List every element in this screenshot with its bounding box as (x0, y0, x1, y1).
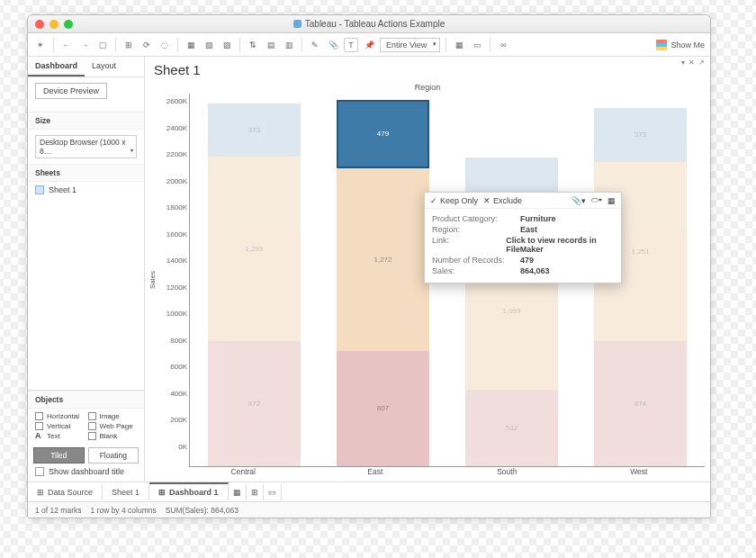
sidebar: Dashboard Layout Device Preview Size Des… (28, 57, 145, 482)
x-tick-label: South (441, 467, 573, 476)
app-icon (293, 20, 302, 28)
tooltip-set-icon[interactable]: ⬭▾ (591, 195, 602, 205)
size-heading: Size (28, 112, 144, 130)
presentation-icon[interactable]: ▭ (470, 38, 484, 52)
new-dashboard-button[interactable]: ⊞ (247, 484, 264, 500)
sort-desc-icon[interactable]: ▥ (282, 38, 296, 52)
status-sum: SUM(Sales): 864,063 (166, 506, 238, 515)
status-bar: 1 of 12 marks 1 row by 4 columns SUM(Sal… (28, 501, 710, 518)
show-title-checkbox[interactable] (35, 467, 44, 476)
size-dropdown[interactable]: Desktop Browser (1000 x 8… (35, 135, 137, 158)
new-datasource-icon[interactable]: ⊞ (122, 38, 136, 52)
x-axis: CentralEastSouthWest (145, 467, 710, 482)
duplicate-icon[interactable]: ▧ (202, 38, 216, 52)
vertical-icon (35, 422, 43, 430)
keep-only-button[interactable]: ✓ Keep Only (430, 196, 478, 205)
object-web-page[interactable]: Web Page (88, 422, 138, 430)
footer-tab-sheet1[interactable]: Sheet 1 (103, 484, 149, 500)
y-axis-label: Sales (147, 271, 158, 289)
blank-icon (88, 432, 96, 440)
tooltip-row: Sales:864,063 (432, 266, 614, 276)
status-layout: 1 row by 4 columns (91, 506, 157, 515)
toolbar: ✶ ← → ▢ ⊞ ⟳ ◌ ▦ ▧ ▨ ⇅ ▤ ▥ ✎ 📎 T 📌 Entire… (28, 33, 710, 57)
tiled-button[interactable]: Tiled (33, 447, 85, 464)
object-vertical[interactable]: Vertical (35, 422, 85, 430)
floating-button[interactable]: Floating (88, 447, 140, 464)
tableau-logo-icon[interactable]: ✶ (33, 38, 48, 52)
tooltip: ✓ Keep Only ✕ Exclude 📎▾ ⬭▾ ▦ Product Ca… (424, 192, 622, 284)
x-tick-label: West (573, 467, 706, 476)
swap-icon[interactable]: ⇅ (246, 38, 260, 52)
bar-segment[interactable]: 872 (208, 341, 301, 466)
window-title: Tableau - Tableau Actions Example (28, 19, 710, 29)
forward-icon[interactable]: → (77, 38, 92, 52)
titlebar: Tableau - Tableau Actions Example (28, 15, 710, 33)
sheet-tabs-bar: ⊞ Data Source Sheet 1 ⊞ Dashboard 1 ▦ ⊞ … (28, 482, 710, 501)
show-me-icon (656, 40, 667, 50)
footer-tab-dashboard1[interactable]: ⊞ Dashboard 1 (149, 482, 229, 500)
x-tick-label: East (310, 467, 442, 476)
labels-icon[interactable]: T (344, 38, 358, 52)
save-icon[interactable]: ▢ (95, 38, 110, 52)
object-horizontal[interactable]: Horizontal (35, 412, 85, 420)
clear-icon[interactable]: ▨ (220, 38, 234, 52)
bar-segment[interactable]: 1,272 (337, 168, 429, 351)
filter-icon[interactable]: ▾ (681, 58, 685, 67)
sheets-heading: Sheets (28, 164, 144, 182)
x-tick-label: Central (177, 467, 310, 476)
share-icon[interactable]: ∞ (496, 38, 510, 52)
sheet-title: Sheet 1 (145, 57, 710, 79)
horizontal-icon (35, 412, 43, 420)
new-worksheet-button[interactable]: ▦ (229, 484, 247, 500)
highlight-icon[interactable]: ✎ (308, 38, 322, 52)
y-axis: 2600K2400K2200K2000K1800K1600K1400K1200K… (158, 94, 189, 467)
tooltip-row: Region:East (432, 224, 614, 235)
pause-icon[interactable]: ◌ (158, 38, 172, 52)
tooltip-group-icon[interactable]: 📎▾ (572, 196, 586, 205)
status-marks: 1 of 12 marks (35, 506, 82, 515)
sort-asc-icon[interactable]: ▤ (264, 38, 278, 52)
image-icon (88, 412, 96, 420)
tooltip-row: Number of Records:479 (432, 255, 614, 266)
tooltip-row: Link:Click to view records in FileMaker (432, 235, 614, 255)
bar-segment[interactable]: 874 (594, 341, 687, 466)
object-text[interactable]: AText (35, 432, 85, 440)
bar-segment[interactable]: 807 (337, 351, 429, 466)
tab-dashboard[interactable]: Dashboard (28, 57, 85, 76)
refresh-icon[interactable]: ⟳ (140, 38, 154, 52)
text-icon: A (35, 432, 43, 440)
objects-panel: Objects Horizontal Image Vertical Web Pa… (28, 390, 144, 482)
data-source-tab[interactable]: ⊞ Data Source (28, 484, 103, 500)
new-story-button[interactable]: ▭ (264, 484, 282, 500)
pin-icon[interactable]: 📌 (362, 38, 376, 52)
tooltip-view-data-icon[interactable]: ▦ (608, 196, 616, 205)
back-icon[interactable]: ← (59, 38, 74, 52)
tab-layout[interactable]: Layout (85, 57, 123, 76)
fit-dropdown[interactable]: Entire View (380, 38, 440, 52)
worksheet-icon (35, 185, 44, 194)
bar-segment[interactable]: 532 (465, 390, 558, 466)
group-icon[interactable]: 📎 (326, 38, 340, 52)
columns-header: Region (145, 79, 710, 94)
bar-segment[interactable]: 479 (337, 100, 429, 168)
sidebar-tabs: Dashboard Layout (28, 57, 144, 77)
exclude-button[interactable]: ✕ Exclude (483, 196, 522, 205)
new-worksheet-icon[interactable]: ▦ (184, 38, 198, 52)
object-blank[interactable]: Blank (88, 432, 138, 440)
sheet-item[interactable]: Sheet 1 (28, 182, 144, 198)
objects-heading: Objects (28, 391, 144, 409)
tooltip-row: Product Category:Furniture (432, 213, 614, 224)
remove-sheet-icon[interactable]: ✕ (688, 58, 695, 67)
bar-segment[interactable]: 373 (208, 104, 301, 157)
object-image[interactable]: Image (88, 412, 138, 420)
device-preview-button[interactable]: Device Preview (35, 83, 107, 99)
show-me-button[interactable]: Show Me (656, 40, 705, 50)
app-window: Tableau - Tableau Actions Example ✶ ← → … (27, 14, 711, 518)
bar-segment[interactable]: 373 (594, 108, 687, 161)
dashboard-canvas: ▾ ✕ ↗ Sheet 1 Region Sales 2600K2400K220… (145, 57, 710, 482)
web-page-icon (88, 422, 96, 430)
bar-segment[interactable]: 1,289 (208, 157, 301, 341)
cards-icon[interactable]: ▦ (452, 38, 466, 52)
go-to-sheet-icon[interactable]: ↗ (698, 58, 705, 67)
show-title-label: Show dashboard title (49, 467, 124, 476)
